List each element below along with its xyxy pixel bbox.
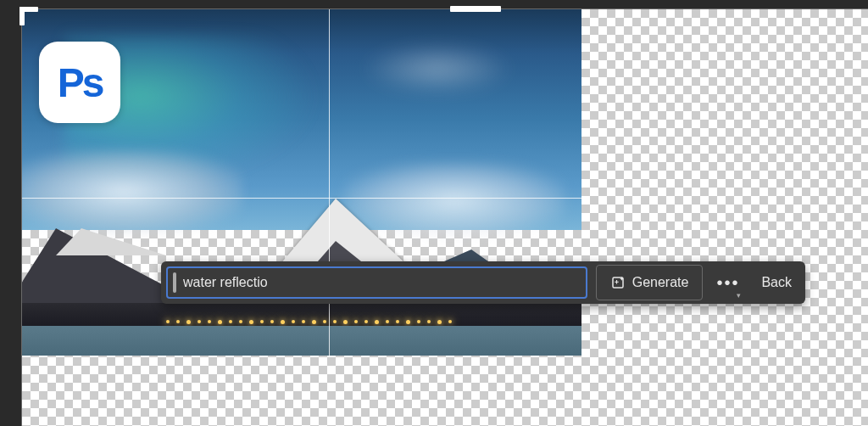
mountain-snow-layer <box>56 228 166 255</box>
cloud-layer <box>22 149 242 234</box>
city-lights-layer <box>166 317 531 326</box>
workspace: Ps <box>21 8 868 426</box>
generative-fill-toolbar: Generate ••• ▾ Back <box>161 261 805 304</box>
generate-button[interactable]: Generate <box>596 265 704 300</box>
back-button-label: Back <box>761 275 792 289</box>
generate-button-label: Generate <box>632 275 689 290</box>
prompt-input[interactable] <box>183 275 581 290</box>
more-icon: ••• <box>716 273 739 292</box>
back-button[interactable]: Back <box>753 275 800 290</box>
water-layer <box>22 326 581 356</box>
chevron-down-icon: ▾ <box>737 291 743 300</box>
cloud-layer <box>361 43 514 94</box>
generate-sparkle-icon <box>610 275 626 290</box>
photoshop-badge-text: Ps <box>58 59 103 106</box>
prompt-input-wrapper[interactable] <box>166 266 587 299</box>
photoshop-app-icon: Ps <box>39 42 120 123</box>
more-options-button[interactable]: ••• ▾ <box>711 273 744 293</box>
drag-handle-icon[interactable] <box>173 272 176 293</box>
